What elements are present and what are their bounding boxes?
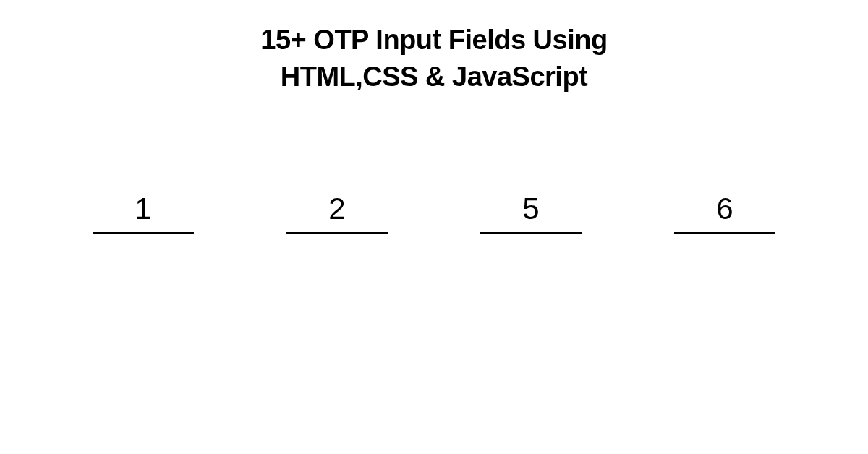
title-line-1: 15+ OTP Input Fields Using — [260, 25, 607, 55]
horizontal-divider — [0, 132, 868, 132]
page-title: 15+ OTP Input Fields Using HTML,CSS & Ja… — [0, 0, 868, 96]
otp-digit-1[interactable] — [93, 192, 194, 234]
title-line-2: HTML,CSS & JavaScript — [281, 61, 588, 92]
otp-digit-3[interactable] — [480, 192, 582, 234]
otp-digit-4[interactable] — [674, 192, 775, 234]
otp-input-group — [0, 192, 868, 234]
otp-digit-2[interactable] — [286, 192, 388, 234]
